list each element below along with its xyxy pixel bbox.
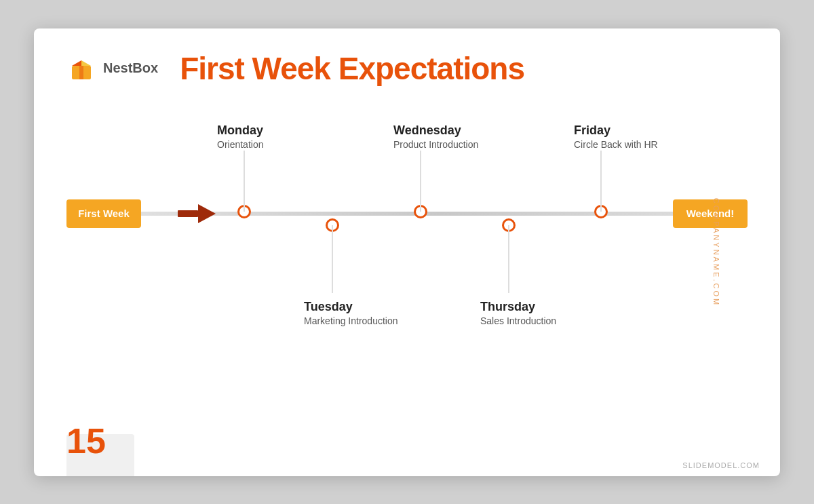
friday-sub: Circle Back with HR xyxy=(574,139,658,150)
nestbox-logo-icon xyxy=(66,54,96,83)
thursday-vert xyxy=(508,225,509,293)
weekend-label: Weekend! xyxy=(673,199,748,228)
svg-marker-2 xyxy=(81,60,91,66)
watermark: Companyname.com xyxy=(712,197,720,306)
slide: NestBox First Week Expectations First We… xyxy=(34,28,780,476)
svg-rect-3 xyxy=(79,66,83,79)
timeline-line xyxy=(134,212,748,216)
timeline-arrow xyxy=(178,205,218,222)
thursday-sub: Sales Introduction xyxy=(480,315,556,326)
thursday-label: Thursday Sales Introduction xyxy=(480,300,556,326)
monday-name: Monday xyxy=(217,123,263,138)
page-number: 15 xyxy=(66,421,106,461)
tuesday-label: Tuesday Marketing Introduction xyxy=(304,300,398,326)
wednesday-sub: Product Introduction xyxy=(393,139,478,150)
friday-label: Friday Circle Back with HR xyxy=(574,123,658,150)
wednesday-name: Wednesday xyxy=(393,123,478,138)
wednesday-label: Wednesday Product Introduction xyxy=(393,123,478,150)
monday-sub: Orientation xyxy=(217,139,263,150)
footer-text: SLIDEMODEL.COM xyxy=(682,461,760,469)
thursday-name: Thursday xyxy=(480,300,556,314)
monday-label: Monday Orientation xyxy=(217,123,263,150)
first-week-label: First Week xyxy=(66,199,141,228)
tuesday-sub: Marketing Introduction xyxy=(304,315,398,326)
timeline-area: First Week Weekend! Monday Orientation T… xyxy=(34,111,780,342)
logo-area: NestBox xyxy=(66,54,158,83)
slide-title: First Week Expectations xyxy=(180,50,524,87)
tuesday-name: Tuesday xyxy=(304,300,398,314)
wednesday-vert xyxy=(420,151,421,212)
svg-marker-1 xyxy=(72,60,81,66)
friday-name: Friday xyxy=(574,123,658,138)
logo-text: NestBox xyxy=(103,60,158,76)
friday-vert xyxy=(600,151,602,212)
tuesday-vert xyxy=(332,225,333,293)
header: NestBox First Week Expectations xyxy=(34,28,780,99)
monday-vert xyxy=(244,151,245,212)
